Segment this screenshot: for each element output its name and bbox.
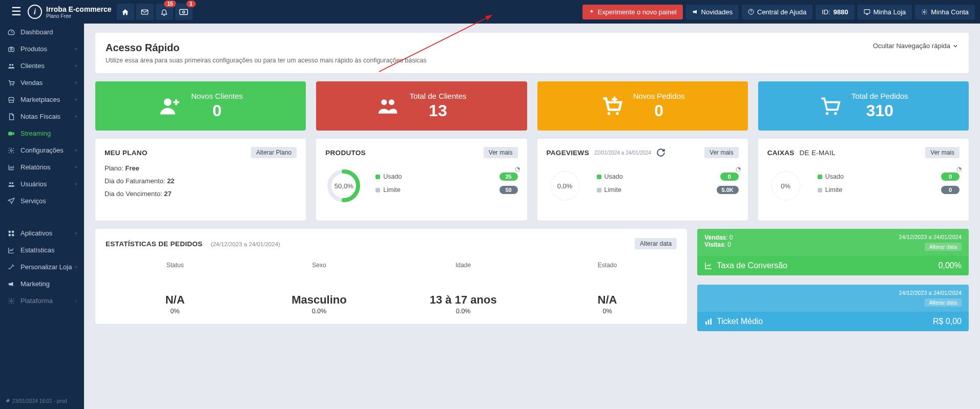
visits-value: 0 [727, 241, 731, 248]
svg-point-23 [389, 99, 394, 105]
apps-icon [7, 230, 15, 237]
sidebar-footer: 23/01/2024 16:01 - prod [5, 398, 67, 404]
stat-label: Total de Pedidos [851, 92, 908, 100]
sidebar: DashboardProdutos+Clientes+Vendas+Market… [0, 24, 84, 409]
stat-value: 13 [409, 101, 466, 120]
change-plan-button[interactable]: Alterar Plano [251, 147, 297, 158]
sidebar-item-label: Notas Fiscais [20, 113, 60, 120]
expand-icon-pageviews[interactable]: ◔ [736, 165, 741, 173]
sidebar-item-produtos[interactable]: Produtos+ [0, 40, 84, 57]
chevron-down-icon [952, 43, 958, 49]
notif-badge: 15 [164, 1, 176, 7]
try-new-panel-button[interactable]: Experimente o novo painel [582, 5, 683, 19]
col-pct: 0.0% [394, 308, 533, 315]
svg-rect-18 [9, 234, 11, 236]
id-display[interactable]: ID: 9880 [816, 5, 854, 19]
sidebar-item-label: Usuários [20, 180, 47, 188]
sidebar-item-streaming[interactable]: Streaming [0, 125, 84, 142]
change-date-blue[interactable]: Alterar data [925, 298, 962, 307]
stat-total-de-pedidos[interactable]: Total de Pedidos310 [758, 81, 969, 131]
file-icon [7, 113, 15, 120]
home-button[interactable] [117, 4, 134, 20]
refresh-icon[interactable] [656, 148, 665, 157]
stat-label: Novos Clientes [191, 92, 243, 100]
pageviews-more-button[interactable]: Ver mais [704, 147, 739, 158]
sidebar-item-label: Marketplaces [20, 96, 60, 103]
brand-subtitle: Plano Free [46, 13, 112, 19]
products-more-button[interactable]: Ver mais [484, 147, 518, 158]
try-panel-label: Experimente o novo painel [598, 8, 677, 16]
sales-label: Vendas [704, 234, 726, 241]
stat-total-de-clientes[interactable]: Total de Clientes13 [316, 81, 527, 131]
brand[interactable]: i Irroba E-commerce Plano Free [28, 5, 112, 19]
svg-point-14 [9, 182, 11, 184]
news-button[interactable]: Novidades [686, 5, 739, 19]
toggle-label: Ocultar Navegação rápida [873, 42, 950, 50]
stat-novos-clientes[interactable]: Novos Clientes0 [95, 81, 306, 131]
line-icon [7, 247, 15, 254]
cogs-icon [7, 297, 15, 305]
stat-value: 0 [633, 101, 685, 120]
sidebar-item-clientes[interactable]: Clientes+ [0, 57, 84, 74]
order-stats-range: (24/12/2023 a 24/01/2024) [211, 241, 280, 247]
sidebar-item-personalizar-loja[interactable]: Personalizar Loja+ [0, 259, 84, 275]
sidebar-item-estatísticas[interactable]: Estatísticas [0, 242, 84, 259]
mail-button[interactable] [136, 4, 154, 20]
pageviews-gauge: 0,0% [547, 167, 583, 204]
money-button[interactable]: 1 [175, 4, 193, 20]
quick-access-subtitle: Utilize essa área para suas primeiras co… [106, 57, 427, 64]
stat-label: Novos Pedidos [633, 92, 685, 100]
notifications-button[interactable]: 15 [156, 4, 173, 20]
col-head: Idade [394, 262, 533, 269]
svg-point-8 [9, 63, 11, 66]
plus-icon: + [74, 113, 78, 120]
caixas-more-button[interactable]: Ver mais [925, 147, 960, 158]
hide-quick-nav-button[interactable]: Ocultar Navegação rápida [873, 42, 958, 50]
content: Acesso Rápido Utilize essa área para sua… [84, 24, 980, 409]
my-store-button[interactable]: Minha Loja [858, 5, 912, 19]
sidebar-item-serviços[interactable]: Serviços [0, 192, 84, 209]
svg-point-15 [12, 182, 13, 184]
brand-title: Irroba E-commerce [46, 5, 112, 13]
sidebar-item-dashboard[interactable]: Dashboard [0, 24, 84, 40]
limit-label: Limite [825, 186, 842, 193]
sidebar-item-label: Streaming [20, 130, 51, 137]
change-date-button[interactable]: Alterar data [635, 238, 677, 249]
cogs-icon [7, 147, 15, 154]
svg-rect-33 [708, 320, 710, 325]
pageviews-range: 22/01/2024 a 24/01/2024 [594, 150, 651, 156]
order-col-estado: EstadoN/A0% [538, 262, 677, 315]
expand-icon-caixas[interactable]: ◔ [956, 165, 962, 173]
sidebar-item-marketplaces[interactable]: Marketplaces+ [0, 91, 84, 108]
sidebar-item-aplicativos[interactable]: Aplicativos+ [0, 225, 84, 242]
plus-icon: + [74, 62, 78, 70]
stat-novos-pedidos[interactable]: Novos Pedidos0 [537, 81, 748, 131]
help-button[interactable]: Central de Ajuda [742, 5, 812, 19]
sidebar-item-configurações[interactable]: Configurações+ [0, 142, 84, 159]
video-icon [7, 130, 15, 137]
svg-point-22 [382, 99, 387, 105]
sidebar-item-notas-fiscais[interactable]: Notas Fiscais+ [0, 108, 84, 125]
gear-icon [921, 9, 928, 15]
plus-icon: + [74, 229, 78, 237]
bar-chart-icon [704, 317, 713, 326]
sidebar-item-plataforma[interactable]: Plataforma+ [0, 292, 84, 309]
change-date-green[interactable]: Alterar data [925, 243, 962, 251]
col-head: Estado [538, 262, 677, 269]
help-label: Central de Ajuda [757, 8, 806, 16]
email-boxes-panel: CAIXAS DE E-MAIL Ver mais ◔ 0% Usado 0 [758, 139, 969, 221]
my-plan-title: MEU PLANO [105, 149, 148, 157]
store-label: Minha Loja [873, 8, 906, 16]
visits-label: Visitas [704, 241, 724, 248]
news-label: Novidades [701, 8, 733, 16]
sidebar-item-relatórios[interactable]: Relatórios+ [0, 159, 84, 176]
expand-icon-products[interactable]: ◔ [515, 165, 520, 173]
sidebar-item-marketing[interactable]: Marketing [0, 275, 84, 292]
sidebar-item-usuários[interactable]: Usuários+ [0, 176, 84, 192]
menu-toggle[interactable]: ☰ [5, 5, 28, 18]
my-account-button[interactable]: Minha Conta [915, 5, 975, 19]
svg-point-9 [12, 63, 13, 66]
sidebar-item-vendas[interactable]: Vendas+ [0, 74, 84, 91]
svg-rect-16 [9, 230, 11, 232]
products-title: PRODUTOS [325, 149, 366, 157]
